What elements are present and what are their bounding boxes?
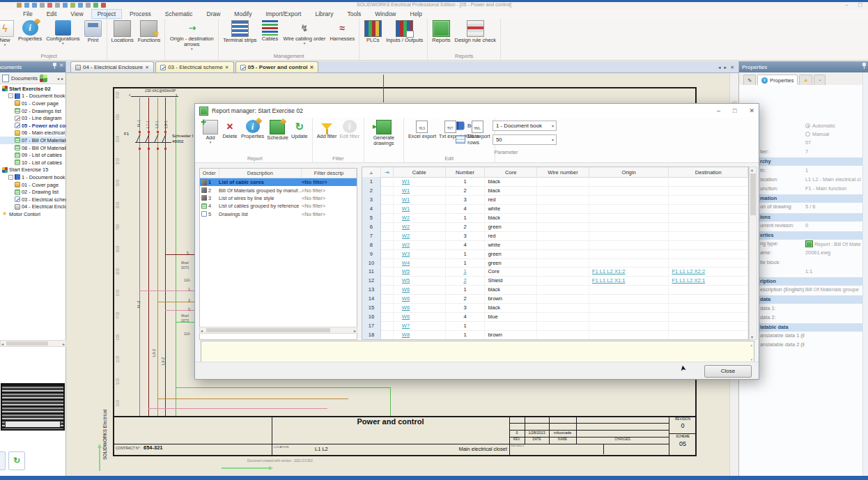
report-list-hscrollbar[interactable]: ◂ ▸ [199, 327, 357, 334]
tree-item-05-power-and-control[interactable]: 05 - Power and control [0, 122, 66, 130]
table-link[interactable]: F1 L1 L2 X1:2 [592, 268, 626, 274]
tree-item-03-line-diagram[interactable]: 03 - Line diagram [0, 114, 66, 122]
ribbon-configurations-button[interactable]: Configurations▾ [44, 20, 82, 45]
table-vertical-scrollbar[interactable]: ▴▾ [749, 167, 757, 340]
qat-icon-10[interactable] [93, 3, 98, 8]
qat-icon-8[interactable] [78, 3, 83, 8]
tree-item-08-bill-of-materials[interactable]: 08 - Bill Of Materials [0, 144, 66, 152]
tree-item-04-electrical-enclosure[interactable]: 04 - Electrical Enclosure [0, 203, 66, 211]
menu-library[interactable]: Library [309, 9, 339, 19]
pin-icon[interactable] [862, 63, 866, 69]
table-link[interactable]: W7 [402, 323, 410, 329]
table-link[interactable]: F1 L1 L2 X2:1 [672, 277, 705, 284]
partial-button[interactable] [0, 451, 6, 470]
tree-item-09-list-of-cables[interactable]: 09 - List of cables [0, 151, 66, 159]
ribbon-inputs-outputs-button[interactable]: Inputs / Outputs [384, 20, 425, 44]
ribbon-wire-cabling-order-button[interactable]: ↯Wire cabling order▾ [281, 20, 328, 45]
table-link[interactable]: W4 [402, 260, 410, 266]
tree-item-06-main-electrical[interactable]: 06 - Main electrical [0, 130, 66, 137]
tab-history[interactable]: ◔ [814, 75, 826, 85]
table-header-▵[interactable]: ▵ [362, 167, 381, 177]
table-link[interactable]: W1 [402, 187, 410, 194]
table-link[interactable]: W6 [402, 295, 410, 302]
table-row-11[interactable]: 11W51CoreF1 L1 L2 X1:2F1 L1 L2 X2:2 [362, 268, 748, 277]
data-rows-select[interactable]: 50 [493, 134, 557, 145]
report-row-3[interactable]: 3List of wires by line style<No filter> [200, 194, 357, 202]
table-row-7[interactable]: 7W23red [362, 231, 748, 241]
table-link[interactable]: W6 [402, 286, 410, 293]
table-link[interactable]: F1 L1 L2 X2:2 [672, 268, 705, 274]
drawing-tab-1[interactable]: 04 - Electrical Enclosure✕ [70, 61, 154, 72]
report-row-1[interactable]: 1List of cable cores<No filter> [200, 178, 357, 186]
note-scroll-up-icon[interactable]: ▴ [750, 343, 752, 347]
tabs-scroll-right-icon[interactable]: ▸ [724, 65, 727, 70]
drawing-tab-3[interactable]: 05 - Power and control✕ [235, 61, 319, 72]
drawing-preview-thumbnail[interactable] [1, 383, 65, 431]
tree-item-start-exercise-15[interactable]: Start Exercise 15 [0, 167, 66, 174]
tree-item-01-cover-page[interactable]: 01 - Cover page [0, 100, 66, 107]
table-row-12[interactable]: 12W52ShieldF1 L1 L2 X1:1F1 L1 L2 X2:1 [362, 276, 748, 286]
tree-item-01-cover-page[interactable]: 01 - Cover page [0, 181, 66, 189]
menu-modify[interactable]: Modify [228, 9, 258, 19]
dialog-update-button[interactable]: ↻Update [290, 119, 309, 140]
menu-help[interactable]: Help [404, 9, 428, 19]
report-row-4[interactable]: 4List of cables grouped by reference<No … [200, 202, 357, 210]
table-header-Number[interactable]: Number [446, 167, 486, 177]
table-row-5[interactable]: 5W21black [362, 213, 748, 223]
table-link[interactable]: W6 [402, 313, 410, 320]
table-link[interactable]: W2 [402, 233, 410, 239]
table-link[interactable]: W1 [402, 206, 410, 212]
table-link[interactable]: W2 [402, 215, 410, 221]
menu-window[interactable]: Window [369, 9, 402, 19]
tabs-scroll-left-icon[interactable]: ◂ [718, 65, 721, 70]
restore-icon[interactable]: ▢ [858, 2, 862, 8]
qat-icon-0[interactable] [17, 3, 22, 8]
report-row-5[interactable]: 5Drawings list<No filter> [200, 210, 357, 218]
qat-icon-7[interactable] [70, 3, 75, 8]
pin-icon[interactable] [53, 63, 56, 69]
dialog-close-icon[interactable]: ✕ [749, 107, 754, 114]
tab-scroll-left-icon[interactable]: ◂ [57, 76, 59, 81]
table-link[interactable]: W2 [402, 224, 410, 230]
tab-favorites[interactable]: ★ [799, 75, 812, 85]
minimize-icon[interactable]: – [845, 2, 848, 8]
table-row-9[interactable]: 9W31green [362, 249, 748, 259]
dialog-add-filter-button[interactable]: Add filter [316, 119, 339, 140]
menu-schematic[interactable]: Schematic [159, 9, 199, 19]
table-row-14[interactable]: 14W62brown [362, 294, 748, 304]
ribbon-locations-button[interactable]: Locations [109, 20, 136, 44]
tab-scroll-right-icon[interactable]: ▸ [61, 76, 63, 81]
radio-manual[interactable]: Manual [805, 131, 829, 137]
ribbon-reports-button[interactable]: Reports [430, 20, 452, 44]
qat-icon-6[interactable] [63, 3, 68, 8]
dialog-title-bar[interactable]: Report manager: Start Exercise 02 – □ ✕ [195, 104, 759, 118]
tabs-close-icon[interactable]: ✕ [730, 65, 734, 70]
close-button[interactable]: Close [704, 365, 752, 378]
expander-icon[interactable]: - [8, 93, 13, 98]
table-header-Destination[interactable]: Destination [669, 167, 748, 177]
ribbon-functions-button[interactable]: Functions [136, 20, 163, 44]
table-link[interactable]: W5 [402, 268, 410, 274]
table-row-1[interactable]: 1W11black [362, 177, 748, 187]
qat-icon-5[interactable] [55, 3, 60, 8]
table-row-2[interactable]: 2W12black [362, 186, 748, 196]
menu-edit[interactable]: Edit [40, 9, 63, 19]
tree-item-03-electrical-scheme[interactable]: 03 - Electrical scheme [0, 196, 66, 203]
table-header-⇥[interactable]: ⇥ [381, 167, 394, 177]
table-link[interactable]: W1 [402, 178, 410, 185]
tree-item-motor-contorl[interactable]: ★Motor Contorl [0, 210, 66, 218]
qat-icon-3[interactable] [40, 3, 45, 8]
qat-icon-2[interactable] [32, 3, 37, 8]
table-row-16[interactable]: 16W64blue [362, 312, 748, 322]
tree-item-07-bill-of-materials[interactable]: 07 - Bill Of Materials [0, 137, 66, 144]
book-select[interactable]: 1 - Document book [493, 121, 557, 131]
dialog-schedule-button[interactable]: Schedule [265, 119, 289, 141]
menu-tools[interactable]: Tools [341, 9, 367, 19]
ribbon-harnesses-button[interactable]: ≈Harnesses [327, 20, 357, 42]
menu-draw[interactable]: Draw [201, 9, 227, 19]
qat-icon-4[interactable] [47, 3, 52, 8]
ribbon-new-button[interactable]: ϟNew▾ [0, 20, 16, 47]
table-row-13[interactable]: 13W61black [362, 285, 748, 295]
table-row-15[interactable]: 15W63black [362, 303, 748, 313]
radio-automatic[interactable]: Automatic [805, 123, 835, 129]
